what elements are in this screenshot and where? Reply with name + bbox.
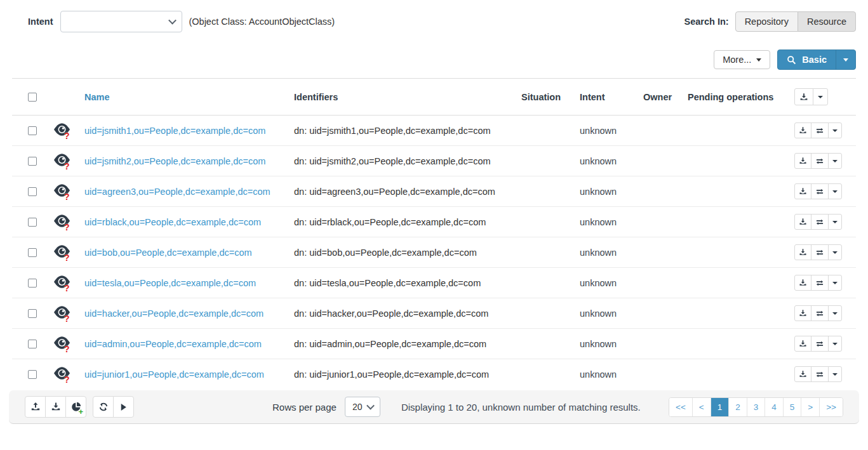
row-checkbox[interactable] <box>28 340 37 348</box>
import-button[interactable] <box>25 396 46 418</box>
row-download-button[interactable] <box>794 183 811 199</box>
refresh-icon <box>98 402 109 412</box>
table-row: ? uid=hacker,ou=People,dc=example,dc=com… <box>12 298 856 329</box>
create-report-button[interactable]: + <box>65 396 86 418</box>
page-button-nextnext[interactable]: >> <box>819 398 843 416</box>
row-download-button[interactable] <box>794 336 811 352</box>
account-name-link[interactable]: uid=junior1,ou=People,dc=example,dc=com <box>84 369 264 380</box>
account-name-link[interactable]: uid=bob,ou=People,dc=example,dc=com <box>84 248 252 258</box>
account-name-link[interactable]: uid=tesla,ou=People,dc=example,dc=com <box>84 278 256 288</box>
search-icon <box>787 55 796 65</box>
export-dropdown-button[interactable] <box>813 88 828 105</box>
account-pending-operations <box>683 176 789 207</box>
row-checkbox[interactable] <box>28 279 37 288</box>
row-menu-button[interactable] <box>828 336 842 352</box>
basic-search-button[interactable]: Basic <box>777 50 856 70</box>
chevron-down-icon <box>832 343 838 345</box>
account-situation <box>516 237 575 268</box>
row-change-owner-button[interactable] <box>811 275 829 291</box>
intent-select[interactable] <box>60 11 182 32</box>
account-intent: unknown <box>575 268 638 298</box>
page-button-5[interactable]: 5 <box>783 398 801 416</box>
table-export-group <box>794 88 828 105</box>
basic-search-dropdown[interactable] <box>836 50 855 69</box>
row-menu-button[interactable] <box>828 305 842 321</box>
column-header-name[interactable]: Name <box>79 79 289 116</box>
row-menu-button[interactable] <box>828 244 842 260</box>
row-download-button[interactable] <box>794 305 811 321</box>
page-button-3[interactable]: 3 <box>747 398 765 416</box>
row-menu-button[interactable] <box>828 183 842 199</box>
question-mark-icon: ? <box>64 162 70 171</box>
row-change-owner-button[interactable] <box>811 305 829 321</box>
exchange-icon <box>815 370 824 379</box>
account-owner <box>638 207 683 237</box>
question-mark-icon: ? <box>64 284 70 293</box>
row-download-button[interactable] <box>794 366 811 382</box>
row-menu-button[interactable] <box>828 366 842 382</box>
search-in-resource-button[interactable]: Resource <box>798 11 856 32</box>
page-button-prev[interactable]: < <box>692 398 711 416</box>
refresh-button[interactable] <box>93 396 114 418</box>
row-download-button[interactable] <box>794 244 811 260</box>
account-situation <box>516 268 575 298</box>
row-menu-button[interactable] <box>828 214 842 230</box>
row-menu-button[interactable] <box>828 122 842 138</box>
row-change-owner-button[interactable] <box>811 214 829 230</box>
row-checkbox[interactable] <box>28 157 37 166</box>
page-button-next[interactable]: > <box>801 398 819 416</box>
footer-import-group: + <box>25 396 86 418</box>
chevron-down-icon <box>832 312 838 315</box>
row-download-button[interactable] <box>794 214 811 230</box>
shadow-account-eye-question-icon: ? <box>53 153 70 167</box>
row-checkbox[interactable] <box>28 187 37 196</box>
row-checkbox[interactable] <box>28 218 37 227</box>
download-button[interactable] <box>45 396 66 418</box>
table-row: ? uid=bob,ou=People,dc=example,dc=com dn… <box>12 237 856 268</box>
account-name-link[interactable]: uid=agreen3,ou=People,dc=example,dc=com <box>84 187 270 197</box>
account-owner <box>638 116 683 146</box>
rows-per-page: Rows per page 20 <box>272 397 380 417</box>
row-checkbox[interactable] <box>28 126 37 135</box>
export-download-button[interactable] <box>794 88 813 105</box>
rows-per-page-select[interactable]: 20 <box>345 397 380 417</box>
account-name-link[interactable]: uid=jsmith2,ou=People,dc=example,dc=com <box>84 156 265 166</box>
row-checkbox[interactable] <box>28 370 37 379</box>
row-menu-button[interactable] <box>828 153 842 169</box>
account-pending-operations <box>683 146 789 176</box>
row-change-owner-button[interactable] <box>811 183 829 199</box>
account-name-link[interactable]: uid=admin,ou=People,dc=example,dc=com <box>84 339 262 349</box>
row-checkbox[interactable] <box>28 309 37 318</box>
chevron-down-icon <box>818 96 823 98</box>
page-button-1[interactable]: 1 <box>711 398 729 416</box>
object-class-text: (Object Class: AccountObjectClass) <box>189 17 335 27</box>
row-change-owner-button[interactable] <box>811 336 829 352</box>
account-name-link[interactable]: uid=jsmith1,ou=People,dc=example,dc=com <box>84 126 265 136</box>
account-intent: unknown <box>575 359 638 390</box>
row-change-owner-button[interactable] <box>811 366 829 382</box>
question-mark-icon: ? <box>64 314 70 323</box>
row-change-owner-button[interactable] <box>811 244 829 260</box>
row-change-owner-button[interactable] <box>811 122 829 138</box>
account-name-link[interactable]: uid=rblack,ou=People,dc=example,dc=com <box>84 217 261 227</box>
download-icon <box>799 248 807 256</box>
account-name-link[interactable]: uid=hacker,ou=People,dc=example,dc=com <box>84 308 264 319</box>
chevron-down-icon <box>832 251 838 254</box>
row-download-button[interactable] <box>794 122 811 138</box>
download-icon <box>799 279 807 287</box>
row-checkbox[interactable] <box>28 248 37 257</box>
row-change-owner-button[interactable] <box>811 153 829 169</box>
play-button[interactable] <box>113 396 134 418</box>
page-button-prevprev[interactable]: << <box>669 398 692 416</box>
row-download-button[interactable] <box>794 153 811 169</box>
account-pending-operations <box>683 116 789 146</box>
row-download-button[interactable] <box>794 275 811 291</box>
page-button-2[interactable]: 2 <box>728 398 747 416</box>
search-in-repository-button[interactable]: Repository <box>735 11 798 32</box>
row-menu-button[interactable] <box>828 275 842 291</box>
account-pending-operations <box>683 298 789 329</box>
select-all-checkbox[interactable] <box>28 93 37 102</box>
page-button-4[interactable]: 4 <box>765 398 783 416</box>
more-button[interactable]: More... <box>714 50 770 69</box>
question-mark-icon: ? <box>64 131 70 140</box>
